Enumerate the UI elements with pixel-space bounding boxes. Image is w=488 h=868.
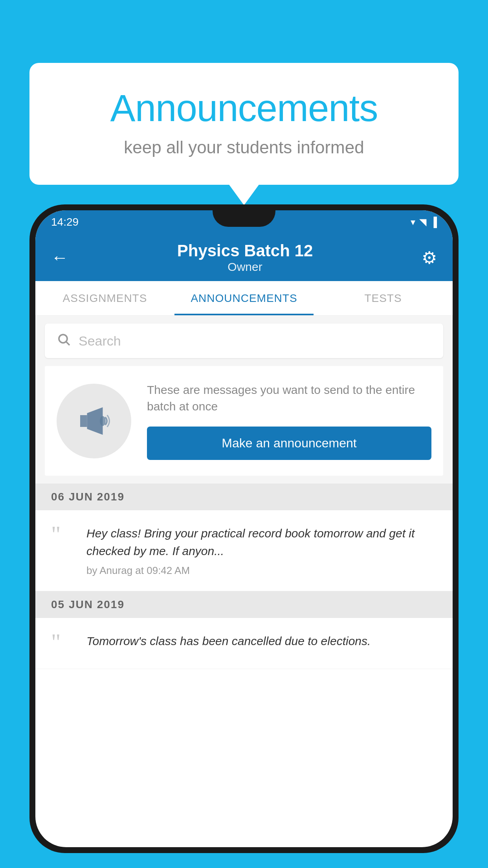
speech-bubble: Announcements keep all your students inf… <box>29 63 459 185</box>
quote-icon-2: " <box>51 630 75 654</box>
prompt-description: These are messages you want to send to t… <box>147 382 431 415</box>
search-placeholder: Search <box>79 333 121 349</box>
announcement-item-2[interactable]: " Tomorrow's class has been cancelled du… <box>35 618 453 669</box>
announcement-content-2: Tomorrow's class has been cancelled due … <box>86 632 437 655</box>
make-announcement-button[interactable]: Make an announcement <box>147 427 431 460</box>
status-time: 14:29 <box>51 216 79 228</box>
status-icons: ▾ ◥ ▐ <box>411 217 437 228</box>
quote-icon-1: " <box>51 522 75 546</box>
announcement-meta-1: by Anurag at 09:42 AM <box>86 565 437 577</box>
prompt-right: These are messages you want to send to t… <box>147 382 431 460</box>
speech-bubble-container: Announcements keep all your students inf… <box>29 63 459 185</box>
announcement-prompt: These are messages you want to send to t… <box>45 366 443 476</box>
svg-marker-2 <box>80 415 87 427</box>
battery-icon: ▐ <box>430 217 437 228</box>
date-separator-1: 06 JUN 2019 <box>35 484 453 510</box>
phone-screen: 14:29 ▾ ◥ ▐ ← Physics Batch 12 Owner ⚙ A… <box>35 210 453 847</box>
status-bar: 14:29 ▾ ◥ ▐ <box>35 210 453 234</box>
signal-icon: ◥ <box>419 217 426 228</box>
svg-line-1 <box>66 342 70 345</box>
bubble-title: Announcements <box>61 86 427 130</box>
search-bar[interactable]: Search <box>45 324 443 358</box>
announcement-text-2: Tomorrow's class has been cancelled due … <box>86 632 437 650</box>
header-title: Physics Batch 12 <box>177 241 313 260</box>
bubble-subtitle: keep all your students informed <box>61 138 427 157</box>
megaphone-icon <box>74 401 114 441</box>
back-button[interactable]: ← <box>51 248 68 267</box>
notch <box>213 210 275 227</box>
header-subtitle: Owner <box>177 260 313 274</box>
megaphone-circle <box>57 384 131 458</box>
content-area: Search <box>35 316 453 669</box>
settings-icon[interactable]: ⚙ <box>422 248 437 268</box>
tab-tests[interactable]: TESTS <box>314 281 453 315</box>
svg-point-0 <box>59 335 67 343</box>
announcement-content-1: Hey class! Bring your practical record b… <box>86 524 437 577</box>
header-center: Physics Batch 12 Owner <box>177 241 313 274</box>
tab-assignments[interactable]: ASSIGNMENTS <box>35 281 174 315</box>
date-separator-2: 05 JUN 2019 <box>35 591 453 618</box>
phone-outer: 14:29 ▾ ◥ ▐ ← Physics Batch 12 Owner ⚙ A… <box>29 204 459 853</box>
announcement-text-1: Hey class! Bring your practical record b… <box>86 524 437 560</box>
app-header: ← Physics Batch 12 Owner ⚙ <box>35 234 453 281</box>
tabs-bar: ASSIGNMENTS ANNOUNCEMENTS TESTS <box>35 281 453 316</box>
search-icon <box>57 332 71 350</box>
phone-frame: 14:29 ▾ ◥ ▐ ← Physics Batch 12 Owner ⚙ A… <box>29 204 459 853</box>
wifi-icon: ▾ <box>411 217 415 228</box>
tab-announcements[interactable]: ANNOUNCEMENTS <box>174 281 314 315</box>
announcement-item-1[interactable]: " Hey class! Bring your practical record… <box>35 510 453 591</box>
